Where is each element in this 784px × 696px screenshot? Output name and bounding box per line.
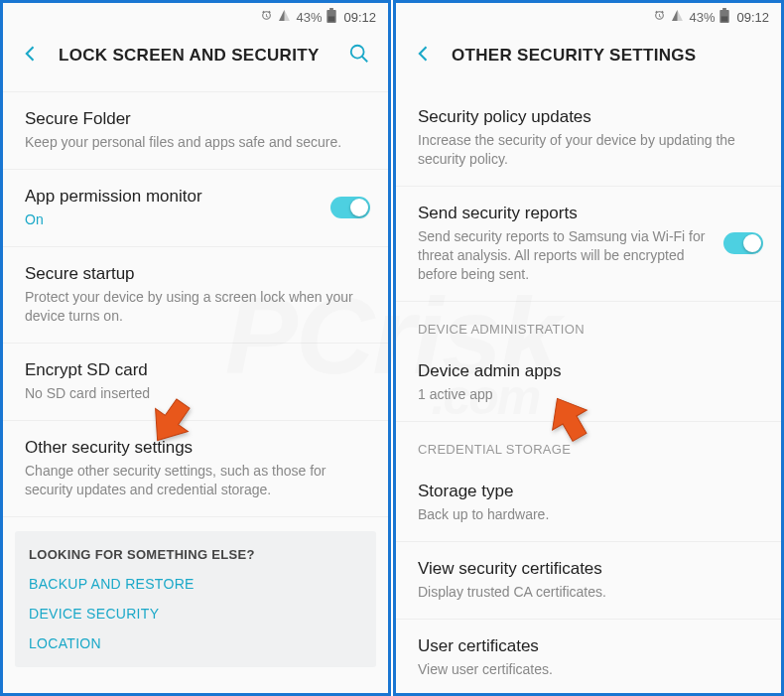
status-bar: 43% 09:12 (396, 3, 781, 31)
section-device-administration: DEVICE ADMINISTRATION (396, 301, 781, 345)
battery-percentage: 43% (296, 10, 322, 25)
back-icon[interactable] (414, 44, 434, 68)
item-title: Security policy updates (418, 106, 759, 128)
page-title: LOCK SCREEN AND SECURITY (59, 46, 330, 66)
item-sub: Protect your device by using a screen lo… (25, 288, 366, 326)
item-device-admin-apps[interactable]: Device admin apps 1 active app (396, 345, 781, 421)
alarm-icon (653, 9, 666, 25)
helper-link-backup[interactable]: BACKUP AND RESTORE (29, 576, 362, 592)
svg-rect-0 (328, 16, 335, 21)
item-title: Send security reports (418, 203, 759, 224)
helper-box: LOOKING FOR SOMETHING ELSE? BACKUP AND R… (15, 531, 376, 667)
item-encrypt-sd-card[interactable]: Encrypt SD card No SD card inserted (3, 344, 388, 421)
item-sub: Display trusted CA certificates. (418, 583, 759, 602)
svg-point-1 (351, 46, 364, 59)
page-title: OTHER SECURITY SETTINGS (452, 46, 763, 66)
item-title: Secure Folder (25, 108, 366, 130)
toggle-switch[interactable] (723, 232, 763, 254)
item-other-security-settings[interactable]: Other security settings Change other sec… (3, 421, 388, 517)
item-sub: 1 active app (418, 385, 759, 404)
item-secure-startup[interactable]: Secure startup Protect your device by us… (3, 247, 388, 344)
item-sub: Back up to hardware. (418, 505, 759, 524)
item-sub: Increase the security of your device by … (418, 131, 759, 169)
item-storage-type[interactable]: Storage type Back up to hardware. (396, 465, 781, 542)
item-title: Storage type (418, 481, 759, 502)
item-sub: View user certificates. (418, 660, 759, 679)
battery-percentage: 43% (689, 10, 715, 25)
header: LOCK SCREEN AND SECURITY (3, 31, 388, 80)
item-sub: Change other security settings, such as … (25, 462, 366, 499)
alarm-icon (260, 9, 273, 25)
search-icon[interactable] (348, 43, 370, 69)
battery-icon (719, 8, 729, 26)
signal-icon (671, 9, 684, 25)
item-sub: No SD card inserted (25, 384, 366, 403)
item-secure-folder[interactable]: Secure Folder Keep your personal files a… (3, 92, 388, 170)
item-title: App permission monitor (25, 186, 366, 208)
helper-title: LOOKING FOR SOMETHING ELSE? (29, 547, 362, 562)
header: OTHER SECURITY SETTINGS (396, 31, 781, 80)
item-sub: Send security reports to Samsung via Wi-… (418, 227, 759, 284)
toggle-switch[interactable] (330, 197, 370, 218)
item-title: Other security settings (25, 437, 366, 459)
item-title: Secure startup (25, 263, 366, 285)
settings-list: Secure Folder Keep your personal files a… (3, 80, 388, 667)
screen-left: 43% 09:12 LOCK SCREEN AND SECURITY Secur… (0, 0, 391, 696)
item-title: Encrypt SD card (25, 359, 366, 381)
item-sub: Keep your personal files and apps safe a… (25, 133, 366, 152)
item-title: Device admin apps (418, 360, 759, 382)
status-bar: 43% 09:12 (3, 3, 388, 31)
item-title: View security certificates (418, 558, 759, 580)
back-icon[interactable] (21, 44, 41, 68)
status-time: 09:12 (736, 10, 769, 25)
item-send-security-reports[interactable]: Send security reports Send security repo… (396, 187, 781, 301)
item-user-certificates[interactable]: User certificates View user certificates… (396, 620, 781, 696)
item-title: User certificates (418, 635, 759, 657)
item-view-security-certificates[interactable]: View security certificates Display trust… (396, 542, 781, 620)
screen-right: 43% 09:12 OTHER SECURITY SETTINGS Securi… (393, 0, 784, 696)
status-time: 09:12 (343, 10, 376, 25)
item-security-policy-updates[interactable]: Security policy updates Increase the sec… (396, 80, 781, 187)
helper-link-device-security[interactable]: DEVICE SECURITY (29, 606, 362, 622)
item-sub: On (25, 210, 366, 229)
signal-icon (278, 9, 291, 25)
screenshot-pair: 43% 09:12 LOCK SCREEN AND SECURITY Secur… (0, 0, 784, 696)
helper-link-location[interactable]: LOCATION (29, 635, 362, 651)
battery-icon (327, 8, 336, 26)
item-app-permission-monitor[interactable]: App permission monitor On (3, 170, 388, 247)
settings-list: Security policy updates Increase the sec… (396, 80, 781, 696)
section-credential-storage: CREDENTIAL STORAGE (396, 421, 781, 465)
svg-rect-2 (721, 16, 728, 21)
